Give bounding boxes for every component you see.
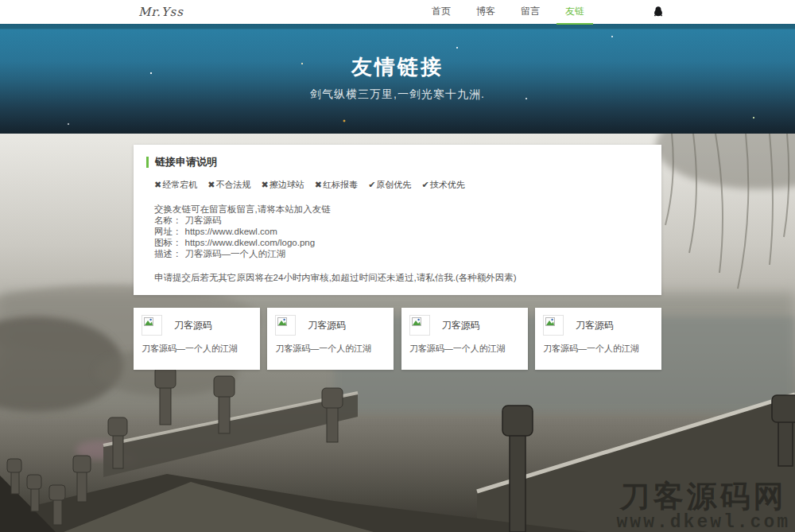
rule-tag-label: 红标报毒 (323, 180, 358, 189)
link-field-name: 名称：刀客源码 (154, 215, 649, 226)
link-description: 刀客源码—一个人的江湖 (142, 343, 252, 355)
notice-title: 链接申请说明 (155, 155, 217, 169)
friend-link-card[interactable]: 刀客源码 刀客源码—一个人的江湖 (401, 308, 528, 370)
link-field-url: 网址：https://www.dkewl.com (154, 226, 649, 237)
friend-links-grid: 刀客源码 刀客源码—一个人的江湖 刀客源码 刀客源码—一个人的江湖 (134, 308, 661, 370)
notice-body: 交换友链可在留言板留言,请将本站加入友链 名称：刀客源码 网址：https://… (154, 204, 649, 259)
field-label: 图标： (154, 238, 182, 247)
rule-tag: ✔技术优先 (421, 180, 464, 189)
card-header-row: 刀客源码 (543, 315, 653, 336)
broken-image-icon (545, 317, 555, 326)
broken-image-icon (277, 317, 287, 326)
friend-link-card[interactable]: 刀客源码 刀客源码—一个人的江湖 (535, 308, 661, 370)
link-logo-placeholder (142, 315, 162, 336)
rule-tag: ✖红标报毒 (315, 180, 358, 189)
page-subtitle: 剑气纵横三万里,一剑光寒十九洲. (0, 87, 795, 102)
card-header-row: 刀客源码 (275, 315, 386, 336)
link-description: 刀客源码—一个人的江湖 (275, 343, 386, 355)
check-icon: ✔ (368, 180, 375, 189)
link-title: 刀客源码 (174, 319, 212, 332)
page: Mr.Yss 首页 博客 留言 友链 友情链接 剑气纵横三万里,一剑光寒十九洲. (0, 0, 795, 532)
rule-tag: ✖经常宕机 (154, 180, 197, 189)
site-header: Mr.Yss 首页 博客 留言 友链 (0, 0, 795, 24)
nav-item-label: 友链 (565, 6, 584, 17)
active-nav-underline (556, 23, 593, 25)
field-label: 网址： (154, 227, 182, 236)
rule-tag-label: 经常宕机 (162, 180, 197, 189)
nav-item-friend-links[interactable]: 友链 (553, 0, 597, 24)
field-value: https://www.dkewl.com (185, 227, 277, 236)
nav-item-blog[interactable]: 博客 (463, 0, 508, 24)
nav-item-home[interactable]: 首页 (419, 0, 463, 24)
link-title: 刀客源码 (308, 319, 346, 332)
cross-icon: ✖ (207, 180, 215, 189)
hero-banner: 友情链接 剑气纵横三万里,一剑光寒十九洲. (0, 24, 795, 134)
check-icon: ✔ (421, 180, 429, 189)
nav-item-message[interactable]: 留言 (508, 0, 553, 24)
friend-link-card[interactable]: 刀客源码 刀客源码—一个人的江湖 (134, 308, 260, 370)
rule-tag: ✔原创优先 (368, 180, 411, 189)
field-value: https://www.dkewl.com/logo.png (185, 238, 316, 247)
link-description: 刀客源码—一个人的江湖 (543, 343, 653, 355)
qq-icon[interactable] (652, 6, 665, 18)
rule-tag: ✖不合法规 (207, 180, 250, 189)
notice-intro: 交换友链可在留言板留言,请将本站加入友链 (154, 204, 649, 215)
rule-tag-label: 技术优先 (430, 180, 465, 189)
field-value: 刀客源码 (185, 216, 222, 225)
main-content: 链接申请说明 ✖经常宕机 ✖不合法规 ✖擦边球站 ✖红标报毒 ✔原创优先 ✔技术… (134, 134, 661, 370)
link-field-desc: 描述：刀客源码—一个人的江湖 (154, 248, 649, 259)
broken-image-icon (144, 317, 153, 326)
page-title: 友情链接 (0, 53, 795, 81)
title-accent-bar (146, 157, 149, 168)
link-logo-placeholder (543, 315, 564, 336)
notice-footnote: 申请提交后若无其它原因将在24小时内审核,如超过时间还未通过,请私信我.(各种额… (154, 272, 649, 283)
link-title: 刀客源码 (576, 319, 614, 332)
link-notice-card: 链接申请说明 ✖经常宕机 ✖不合法规 ✖擦边球站 ✖红标报毒 ✔原创优先 ✔技术… (134, 145, 661, 295)
cross-icon: ✖ (315, 180, 322, 189)
cross-icon: ✖ (262, 180, 269, 189)
rule-tag-label: 不合法规 (216, 180, 251, 189)
rule-tags: ✖经常宕机 ✖不合法规 ✖擦边球站 ✖红标报毒 ✔原创优先 ✔技术优先 (154, 179, 649, 191)
link-logo-placeholder (275, 315, 296, 336)
site-logo[interactable]: Mr.Yss (138, 0, 184, 24)
rule-tag: ✖擦边球站 (262, 180, 304, 189)
link-field-icon: 图标：https://www.dkewl.com/logo.png (154, 237, 649, 248)
notice-title-row: 链接申请说明 (146, 155, 649, 169)
broken-image-icon (412, 317, 421, 326)
link-description: 刀客源码—一个人的江湖 (409, 343, 520, 355)
rule-tag-label: 擦边球站 (270, 180, 304, 189)
rule-tag-label: 原创优先 (376, 180, 411, 189)
card-header-row: 刀客源码 (409, 315, 520, 336)
field-label: 描述： (154, 249, 182, 258)
cross-icon: ✖ (154, 180, 161, 189)
friend-link-card[interactable]: 刀客源码 刀客源码—一个人的江湖 (267, 308, 394, 370)
field-label: 名称： (154, 216, 182, 225)
main-nav: 首页 博客 留言 友链 (419, 0, 597, 24)
card-header-row: 刀客源码 (142, 315, 252, 336)
link-logo-placeholder (409, 315, 430, 336)
field-value: 刀客源码—一个人的江湖 (185, 249, 286, 258)
link-title: 刀客源码 (442, 319, 480, 332)
